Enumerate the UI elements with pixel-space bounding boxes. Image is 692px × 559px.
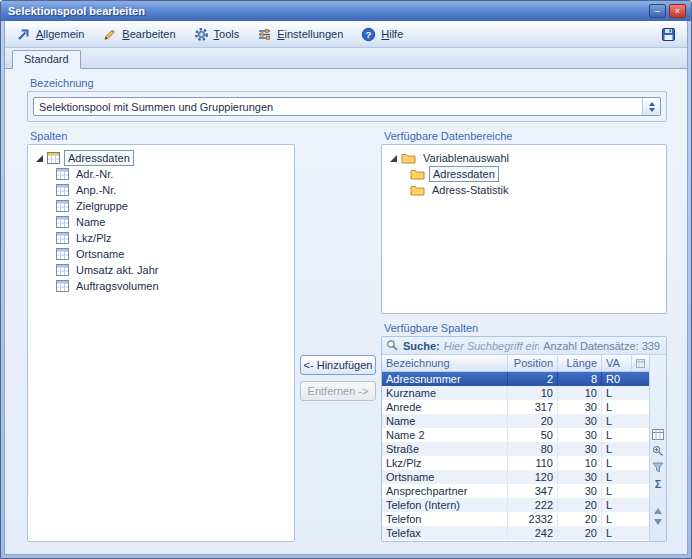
table-row[interactable]: Straße 80 30 L <box>382 442 649 456</box>
cell-laenge: 30 <box>558 442 602 456</box>
tree-item-adressdaten-root[interactable]: Adressdaten <box>31 150 291 166</box>
tree-item-label: Name <box>73 215 108 229</box>
tree-item-label: Ortsname <box>73 247 127 261</box>
header-cell-va[interactable]: VA <box>602 355 632 371</box>
cell-va: L <box>602 484 649 498</box>
cell-bezeichnung: Telefax <box>382 526 508 540</box>
column-chooser-icon[interactable] <box>632 355 649 371</box>
tree-item-label: Adressdaten <box>64 150 134 166</box>
cell-bezeichnung: Ansprechpartner <box>382 484 508 498</box>
cell-position: 50 <box>508 428 558 442</box>
cell-position: 2 <box>508 372 558 386</box>
move-down-icon[interactable] <box>654 519 662 525</box>
toolbar-button-bearbeiten[interactable]: Bearbeiten <box>95 23 184 46</box>
header-cell-laenge[interactable]: Länge <box>558 355 602 371</box>
table-row[interactable]: Name 20 30 L <box>382 414 649 428</box>
tree-item-column[interactable]: Anp.-Nr. <box>31 182 291 198</box>
table-row[interactable]: Telefon 2332 20 L <box>382 512 649 526</box>
cell-bezeichnung: Kurzname <box>382 386 508 400</box>
table-row[interactable]: Telefax 242 20 L <box>382 526 649 540</box>
group-label-bezeichnung: Bezeichnung <box>30 77 667 89</box>
cell-position: 20 <box>508 414 558 428</box>
cell-position: 110 <box>508 456 558 470</box>
spalten-panel: Adressdaten Adr.-Nr. <box>27 144 295 542</box>
table-row[interactable]: Kurzname 10 10 L <box>382 386 649 400</box>
tree-item-column[interactable]: Auftragsvolumen <box>31 278 291 294</box>
tree-item-label: Adr.-Nr. <box>73 167 116 181</box>
cell-laenge: 20 <box>558 526 602 540</box>
spalten-tree-children: Adr.-Nr. Anp.-Nr. <box>31 166 291 294</box>
table-row[interactable]: Adressnummer 2 8 R0 <box>382 372 649 386</box>
bezeichnung-combobox[interactable]: Selektionspool mit Summen und Gruppierun… <box>33 97 661 116</box>
cell-va: L <box>602 512 649 526</box>
toolbar-button-allgemein[interactable]: Allgemein <box>9 23 93 46</box>
save-icon <box>661 27 676 42</box>
filter-icon[interactable] <box>652 462 664 473</box>
cell-laenge: 10 <box>558 386 602 400</box>
transfer-column: <- Hinzufügen Entfernen -> <box>295 130 381 542</box>
group-spalten: Spalten Adressdaten <box>27 130 295 542</box>
save-button[interactable] <box>656 23 681 46</box>
move-up-icon[interactable] <box>654 508 662 514</box>
combobox-value: Selektionspool mit Summen und Gruppierun… <box>34 101 642 113</box>
expander-icon[interactable] <box>36 155 43 162</box>
transfer-remove-button[interactable]: Entfernen -> <box>300 381 376 401</box>
tree-item-column[interactable]: Ortsname <box>31 246 291 262</box>
toolbar-button-label: Hilfe <box>381 28 403 40</box>
zoom-icon[interactable] <box>652 445 664 457</box>
tree-item-datenbereich[interactable]: Adress-Statistik <box>385 182 663 198</box>
expander-icon[interactable] <box>390 155 397 162</box>
tree-item-variablenauswahl[interactable]: Variablenauswahl <box>385 150 663 166</box>
table-row[interactable]: Anrede 317 30 L <box>382 400 649 414</box>
tree-item-column[interactable]: Zielgruppe <box>31 198 291 214</box>
cell-laenge: 20 <box>558 512 602 526</box>
data-grid: Bezeichnung Position Länge VA <box>382 355 666 541</box>
chevron-down-icon <box>649 108 655 112</box>
right-column: Verfügbare Datenbereiche Variablenauswah… <box>381 130 667 542</box>
cell-laenge: 30 <box>558 470 602 484</box>
titlebar-buttons: – × <box>649 4 686 18</box>
column-icon <box>56 232 69 244</box>
cell-position: 10 <box>508 386 558 400</box>
cell-bezeichnung: Anrede <box>382 400 508 414</box>
grid-rows: Adressnummer 2 8 R0 Kurzname <box>382 372 649 541</box>
column-icon <box>56 248 69 260</box>
toolbar-button-tools[interactable]: Tools <box>187 23 249 46</box>
toolbar-button-label: Tools <box>214 28 240 40</box>
toolbar-button-label: Allgemein <box>36 28 84 40</box>
transfer-add-button[interactable]: <- Hinzufügen <box>300 355 376 375</box>
tree-item-datenbereich[interactable]: Adressdaten <box>385 166 663 182</box>
datenbereiche-tree: Variablenauswahl Adressdaten <box>382 145 666 203</box>
tree-item-column[interactable]: Umsatz akt. Jahr <box>31 262 291 278</box>
combobox-dropdown-button[interactable] <box>642 98 660 115</box>
toolbar-button-hilfe[interactable]: ? Hilfe <box>354 23 412 46</box>
table-row[interactable]: Lkz/Plz 110 10 L <box>382 456 649 470</box>
tree-item-column[interactable]: Adr.-Nr. <box>31 166 291 182</box>
table-row[interactable]: Ortsname 120 30 L <box>382 470 649 484</box>
header-cell-bezeichnung[interactable]: Bezeichnung <box>382 355 508 371</box>
tree-item-column[interactable]: Lkz/Plz <box>31 230 291 246</box>
tree-item-label: Anp.-Nr. <box>73 183 119 197</box>
toolbar-button-label: Einstellungen <box>277 28 343 40</box>
table-row[interactable]: Name 2 50 30 L <box>382 428 649 442</box>
minimize-button[interactable]: – <box>649 4 666 18</box>
search-input[interactable] <box>444 340 540 352</box>
datenbereiche-tree-children: Adressdaten Adress-Statistik <box>385 166 663 198</box>
cell-position: 317 <box>508 400 558 414</box>
cell-va: L <box>602 386 649 400</box>
sum-icon[interactable]: Σ <box>655 478 662 490</box>
toolbar-button-einstellungen[interactable]: Einstellungen <box>250 23 352 46</box>
table-row[interactable]: Telefon (Intern) 222 20 L <box>382 498 649 512</box>
tree-item-column[interactable]: Name <box>31 214 291 230</box>
close-button[interactable]: × <box>669 4 686 18</box>
grid-main: Bezeichnung Position Länge VA <box>382 355 649 541</box>
column-icon <box>56 200 69 212</box>
table-row[interactable]: Ansprechpartner 347 30 L <box>382 484 649 498</box>
cell-bezeichnung: Name <box>382 414 508 428</box>
tab-standard[interactable]: Standard <box>12 50 81 69</box>
cell-bezeichnung: Straße <box>382 442 508 456</box>
grid-icon[interactable] <box>652 429 664 440</box>
cell-laenge: 30 <box>558 428 602 442</box>
cell-laenge: 30 <box>558 400 602 414</box>
header-cell-position[interactable]: Position <box>508 355 558 371</box>
